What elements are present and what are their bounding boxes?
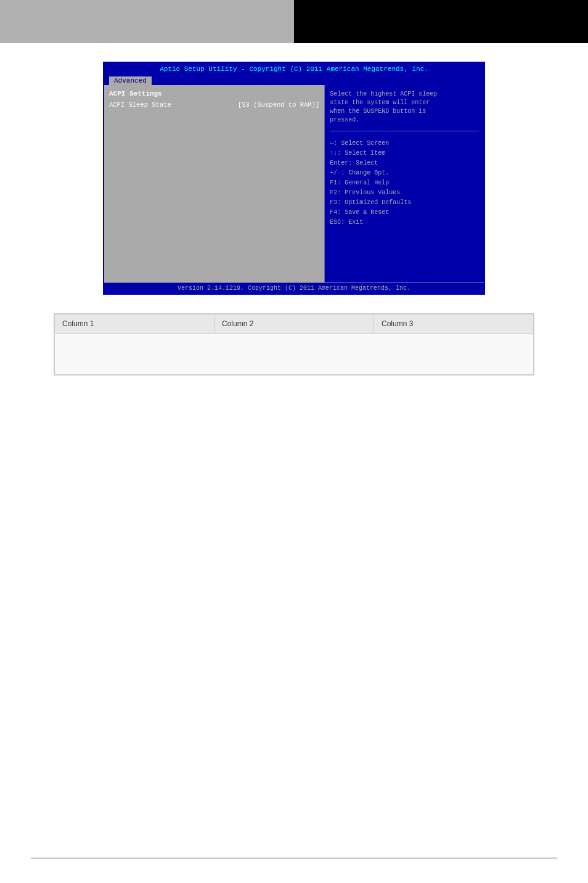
bios-section-title: ACPI Settings [109,90,319,97]
bios-body: ACPI Settings ACPI Sleep State [S3 (Susp… [104,85,484,282]
top-header [0,0,588,43]
bottom-divider [31,858,557,858]
bios-title: Aptio Setup Utility - Copyright (C) 2011… [104,63,484,75]
table-header-row: Column 1 Column 2 Column 3 [55,314,534,334]
bios-setting-row: ACPI Sleep State [S3 (Suspend to RAM)] [109,101,319,109]
table-header-col3: Column 3 [374,314,534,334]
table-header-col2: Column 2 [214,314,374,334]
table-header-col1: Column 1 [55,314,214,334]
bios-tab-bar: Advanced [104,75,484,85]
bios-help-text: Select the highest ACPI sleepstate the s… [330,90,479,131]
bios-footer: Version 2.14.1219. Copyright (C) 2011 Am… [104,282,484,294]
bios-setting-value[interactable]: [S3 (Suspend to RAM)] [238,101,319,109]
table-description-cell [55,334,534,375]
bios-tab-advanced[interactable]: Advanced [109,76,152,85]
bios-right-panel: Select the highest ACPI sleepstate the s… [324,85,484,282]
header-right [294,0,588,43]
table-description-row [55,334,534,375]
info-table-container: Column 1 Column 2 Column 3 [54,313,534,376]
bios-setting-name: ACPI Sleep State [109,101,171,109]
header-left [0,0,294,43]
bios-left-panel: ACPI Settings ACPI Sleep State [S3 (Susp… [104,85,324,282]
bios-nav-text: ↔: Select Screen ↑↓: Select Item Enter: … [330,139,479,228]
info-table: Column 1 Column 2 Column 3 [54,314,534,375]
bios-screenshot: Aptio Setup Utility - Copyright (C) 2011… [103,62,485,295]
